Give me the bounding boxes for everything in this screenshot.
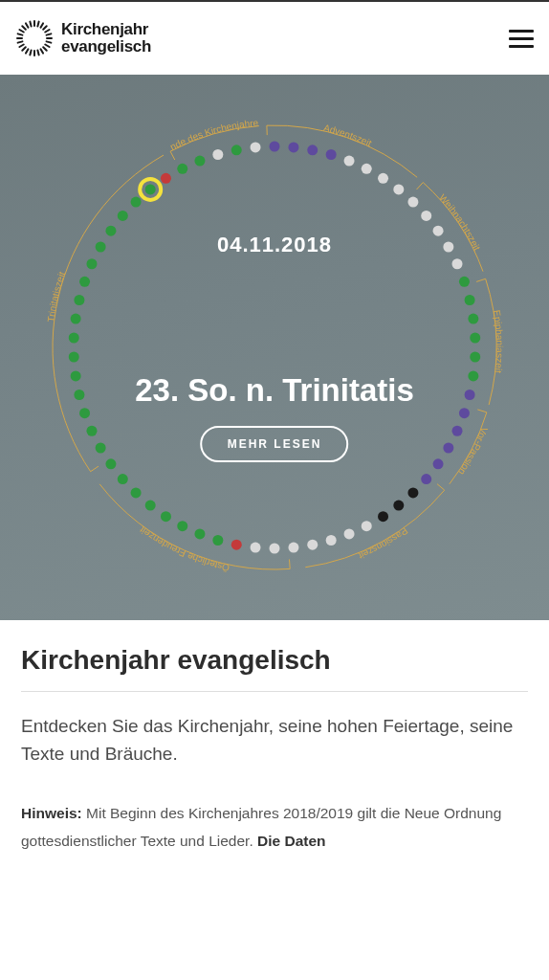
calendar-dot[interactable] — [145, 501, 156, 511]
calendar-dot[interactable] — [459, 408, 470, 418]
header: Kirchenjahr evangelisch — [0, 0, 549, 75]
calendar-dot[interactable] — [362, 521, 372, 531]
calendar-dot[interactable] — [161, 173, 171, 184]
calendar-dot[interactable] — [421, 474, 431, 484]
calendar-dot[interactable] — [231, 540, 242, 550]
calendar-dot[interactable] — [393, 184, 404, 194]
page-heading: Kirchenjahr evangelisch — [21, 645, 528, 676]
calendar-dot[interactable] — [96, 443, 106, 454]
calendar-dot[interactable] — [251, 142, 261, 152]
calendar-dot[interactable] — [96, 242, 106, 253]
calendar-dot[interactable] — [270, 544, 280, 554]
calendar-dot[interactable] — [470, 333, 480, 344]
calendar-dot[interactable] — [465, 295, 475, 305]
svg-line-2 — [41, 23, 44, 27]
calendar-dot[interactable] — [86, 258, 97, 269]
calendar-dot[interactable] — [69, 351, 79, 362]
svg-line-25 — [417, 183, 424, 189]
calendar-dot[interactable] — [161, 511, 171, 522]
calendar-dot[interactable] — [344, 528, 355, 539]
intro-text: Entdecken Sie das Kirchenjahr, seine hoh… — [21, 713, 528, 768]
calendar-dot[interactable] — [74, 295, 84, 305]
season-label: Ende des Kirchenjahres — [35, 108, 259, 152]
calendar-dot[interactable] — [443, 242, 453, 253]
current-day-title: 23. So. n. Trinitatis — [135, 372, 414, 409]
season-label: Weihnachtszeit — [437, 192, 482, 253]
calendar-dot[interactable] — [177, 521, 187, 531]
svg-line-3 — [43, 26, 47, 30]
svg-line-27 — [477, 410, 487, 412]
calendar-dot[interactable] — [326, 535, 337, 546]
calendar-dot[interactable] — [71, 314, 81, 324]
calendar-dot[interactable] — [131, 487, 142, 498]
calendar-dot[interactable] — [362, 164, 372, 174]
calendar-dot[interactable] — [212, 535, 223, 546]
svg-line-30 — [91, 466, 99, 472]
calendar-dot[interactable] — [443, 443, 453, 454]
svg-line-15 — [22, 47, 26, 51]
calendar-dot[interactable] — [86, 426, 97, 436]
calendar-dot[interactable] — [326, 149, 337, 160]
calendar-dot[interactable] — [470, 351, 480, 362]
calendar-dot[interactable] — [433, 458, 444, 469]
calendar-dot[interactable] — [452, 258, 463, 269]
svg-line-7 — [47, 41, 52, 42]
calendar-dot[interactable] — [194, 156, 205, 167]
calendar-dot[interactable] — [231, 145, 242, 155]
calendar-dot[interactable] — [433, 226, 444, 236]
calendar-dot[interactable] — [145, 184, 156, 194]
calendar-dot[interactable] — [251, 543, 261, 553]
calendar-dot[interactable] — [212, 149, 223, 160]
calendar-dot[interactable] — [468, 370, 478, 381]
calendar-dot[interactable] — [194, 528, 205, 539]
svg-line-31 — [170, 151, 175, 160]
svg-line-13 — [30, 51, 31, 56]
calendar-dot[interactable] — [288, 142, 298, 152]
more-button[interactable]: MEHR LESEN — [201, 426, 349, 462]
divider — [21, 691, 528, 692]
svg-line-9 — [43, 47, 47, 51]
calendar-dot[interactable] — [378, 511, 388, 522]
svg-line-16 — [19, 45, 23, 48]
calendar-dot[interactable] — [74, 390, 84, 400]
hero-circle-calendar: AdventszeitWeihnachtszeitEpiphaniaszeitV… — [0, 75, 549, 620]
calendar-dot[interactable] — [71, 370, 81, 381]
menu-button[interactable] — [509, 30, 534, 48]
calendar-dot[interactable] — [452, 426, 463, 436]
calendar-dot[interactable] — [79, 408, 90, 418]
calendar-dot[interactable] — [459, 277, 470, 287]
calendar-dot[interactable] — [105, 458, 116, 469]
radial-logo-icon — [15, 19, 54, 57]
svg-line-17 — [18, 41, 23, 42]
calendar-dot[interactable] — [378, 173, 388, 184]
calendar-dot[interactable] — [105, 226, 116, 236]
calendar-dot[interactable] — [307, 540, 318, 550]
calendar-dot[interactable] — [307, 145, 318, 155]
calendar-dot[interactable] — [118, 211, 128, 221]
svg-line-10 — [41, 49, 44, 53]
calendar-dot[interactable] — [465, 390, 475, 400]
calendar-dot[interactable] — [468, 314, 478, 324]
calendar-dot[interactable] — [393, 501, 404, 511]
svg-line-21 — [22, 26, 26, 30]
svg-line-19 — [18, 33, 23, 34]
calendar-dot[interactable] — [407, 487, 418, 498]
calendar-dot[interactable] — [407, 197, 418, 208]
svg-line-4 — [45, 30, 49, 33]
svg-line-26 — [476, 278, 486, 281]
calendar-dot[interactable] — [177, 164, 187, 174]
calendar-dot[interactable] — [270, 142, 280, 152]
calendar-dot[interactable] — [79, 277, 90, 287]
content-section: Kirchenjahr evangelisch Entdecken Sie da… — [0, 620, 549, 880]
calendar-dot[interactable] — [288, 543, 298, 553]
svg-line-8 — [45, 45, 49, 48]
svg-line-28 — [437, 484, 445, 490]
calendar-dot[interactable] — [69, 333, 79, 344]
calendar-dot[interactable] — [118, 474, 128, 484]
svg-line-20 — [19, 30, 23, 33]
calendar-dot[interactable] — [421, 211, 431, 221]
season-label: Epiphaniaszeit — [492, 309, 505, 373]
calendar-dot[interactable] — [131, 197, 142, 208]
logo[interactable]: Kirchenjahr evangelisch — [15, 19, 151, 57]
calendar-dot[interactable] — [344, 156, 355, 167]
